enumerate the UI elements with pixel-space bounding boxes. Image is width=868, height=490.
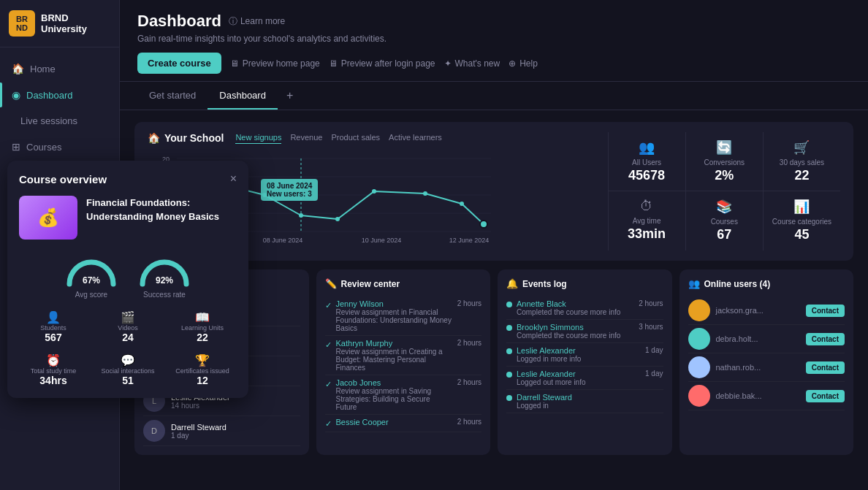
svg-point-14	[372, 189, 376, 194]
help-button[interactable]: ⊕ Help	[509, 58, 538, 69]
events-list: Annette Black Completed the course more …	[506, 296, 663, 413]
all-users-icon: 👥	[639, 139, 655, 156]
check-icon: ✓	[325, 419, 332, 429]
online-icon: 👥	[688, 278, 700, 289]
events-log-title: 🔔 Events log	[506, 278, 663, 289]
sidebar-item-home[interactable]: 🏠 Home	[0, 56, 119, 81]
contact-button[interactable]: Contact	[806, 333, 845, 345]
event-time: 2 hours	[639, 299, 663, 316]
conversions-icon: 🔄	[716, 139, 732, 156]
sidebar-item-live-sessions[interactable]: Live sessions	[0, 109, 119, 133]
svg-text:08 June 2024: 08 June 2024	[263, 237, 303, 244]
event-user-name: Leslie Alexander	[517, 346, 641, 355]
overlay-header: Course overview ×	[19, 172, 237, 185]
learn-more-btn[interactable]: ⓘ Learn more	[229, 15, 285, 28]
whats-new-button[interactable]: ✦ What's new	[444, 58, 500, 69]
review-center-title: ✏️ Review center	[325, 278, 482, 289]
overlay-stat-learning-units: 📖 Learning Units 22	[168, 310, 237, 343]
preview-home-button[interactable]: 🖥 Preview home page	[230, 58, 320, 69]
event-indicator	[506, 372, 512, 378]
social-label: Social interactions	[101, 367, 154, 375]
user-list-item: D Darrell Steward 1 day	[143, 416, 300, 446]
user-avatar: D	[143, 420, 165, 442]
overlay-stat-students: 👤 Students 567	[19, 310, 88, 343]
online-username: debbie.bak...	[716, 391, 800, 400]
tab-add-button[interactable]: +	[278, 82, 302, 110]
help-icon: ⊕	[509, 58, 516, 69]
event-list-item: Leslie Alexander Logged out more info 1 …	[506, 367, 663, 390]
stat-conversions: 🔄 Conversions 2%	[685, 132, 763, 191]
course-name: Financial Foundations: Understanding Mon…	[86, 197, 219, 222]
event-user-name: Darrell Steward	[517, 393, 659, 402]
study-time-label: Total study time	[31, 367, 77, 375]
close-button[interactable]: ×	[230, 172, 237, 185]
tab-get-started[interactable]: Get started	[137, 83, 208, 110]
courses-stat-icon: 📚	[716, 199, 732, 215]
tooltip-date: 08 June 2024	[267, 182, 312, 190]
logo-area: BRND BRND University	[0, 0, 119, 47]
event-indicator	[506, 348, 512, 354]
online-avatar	[688, 328, 710, 350]
review-list-item: ✓ Jacob Jones Review assignment in Savin…	[325, 375, 482, 415]
avg-time-label: Avg time	[633, 217, 661, 225]
sales-value: 22	[794, 168, 809, 183]
review-text: Review assignment in Financial Foundatio…	[336, 308, 453, 332]
avg-time-value: 33min	[628, 226, 666, 242]
online-user-item: debbie.bak... Contact	[688, 382, 845, 410]
event-list-item: Annette Black Completed the course more …	[506, 296, 663, 320]
event-description: Logged out more info	[517, 378, 641, 386]
chart-tab-revenue[interactable]: Revenue	[290, 133, 322, 144]
preview-login-button[interactable]: 🖥 Preview after login page	[329, 58, 435, 69]
stat-30day-sales: 🛒 30 days sales 22	[763, 132, 840, 191]
sidebar-item-dashboard-label: Dashboard	[26, 90, 73, 101]
review-icon: ✏️	[325, 278, 337, 289]
sidebar-item-courses[interactable]: ⊞ Courses	[0, 134, 119, 159]
overlay-stats-row1: 👤 Students 567 🎬 Videos 24 📖 Learning Un…	[19, 310, 237, 343]
header-title-row: Dashboard ⓘ Learn more	[137, 12, 850, 31]
contact-button[interactable]: Contact	[806, 390, 845, 402]
tab-dashboard[interactable]: Dashboard	[208, 83, 278, 110]
course-preview: 💰 Financial Foundations: Understanding M…	[19, 196, 237, 240]
preview-login-icon: 🖥	[329, 58, 338, 69]
user-name: Darrell Steward	[171, 423, 300, 432]
study-time-value: 34hrs	[39, 375, 66, 386]
sidebar-item-dashboard[interactable]: ◉ Dashboard	[0, 83, 119, 107]
online-username: jackson.gra...	[716, 306, 800, 315]
social-icon: 💬	[121, 353, 135, 367]
videos-label: Videos	[118, 324, 137, 332]
svg-point-16	[460, 202, 464, 206]
action-bar: Create course 🖥 Preview home page 🖥 Prev…	[137, 53, 850, 74]
chart-tab-product-sales[interactable]: Product sales	[331, 133, 380, 144]
chart-tabs: New signups Revenue Product sales Active…	[235, 133, 441, 144]
chart-tab-active-learners[interactable]: Active learners	[389, 133, 442, 144]
user-time: 1 day	[171, 432, 300, 440]
online-users-list: jackson.gra... Contact debra.holt... Con…	[688, 296, 845, 410]
svg-point-17	[480, 221, 487, 228]
event-description: Logged in	[517, 402, 659, 410]
success-rate-svg: 92%	[135, 251, 194, 288]
contact-button[interactable]: Contact	[806, 361, 845, 374]
review-time: 2 hours	[457, 339, 481, 372]
whats-new-icon: ✦	[444, 58, 452, 69]
chart-tab-new-signups[interactable]: New signups	[235, 133, 281, 144]
contact-button[interactable]: Contact	[806, 305, 845, 317]
event-user-name: Annette Black	[517, 299, 634, 308]
online-username: nathan.rob...	[716, 363, 800, 372]
home-icon: 🏠	[12, 63, 24, 74]
event-list-item: Darrell Steward Logged in	[506, 390, 663, 413]
learning-units-icon: 📖	[195, 310, 210, 324]
top-header: Dashboard ⓘ Learn more Gain real-time in…	[120, 0, 868, 82]
reviewer-name: Bessie Cooper	[336, 418, 453, 426]
event-user-name: Brooklyn Simmons	[517, 323, 634, 332]
event-description: Logged in more info	[517, 355, 641, 363]
svg-text:12 June 2024: 12 June 2024	[449, 237, 490, 244]
online-user-item: debra.holt... Contact	[688, 325, 845, 353]
stat-courses: 📚 Courses 67	[685, 191, 763, 250]
create-course-button[interactable]: Create course	[137, 53, 221, 74]
online-avatar	[688, 385, 710, 407]
review-list-item: ✓ Jenny Wilson Review assignment in Fina…	[325, 296, 482, 336]
sidebar-item-courses-label: Courses	[26, 142, 61, 153]
review-center-widget: ✏️ Review center ✓ Jenny Wilson Review a…	[316, 269, 491, 455]
event-indicator	[506, 395, 512, 401]
online-username: debra.holt...	[716, 334, 800, 343]
